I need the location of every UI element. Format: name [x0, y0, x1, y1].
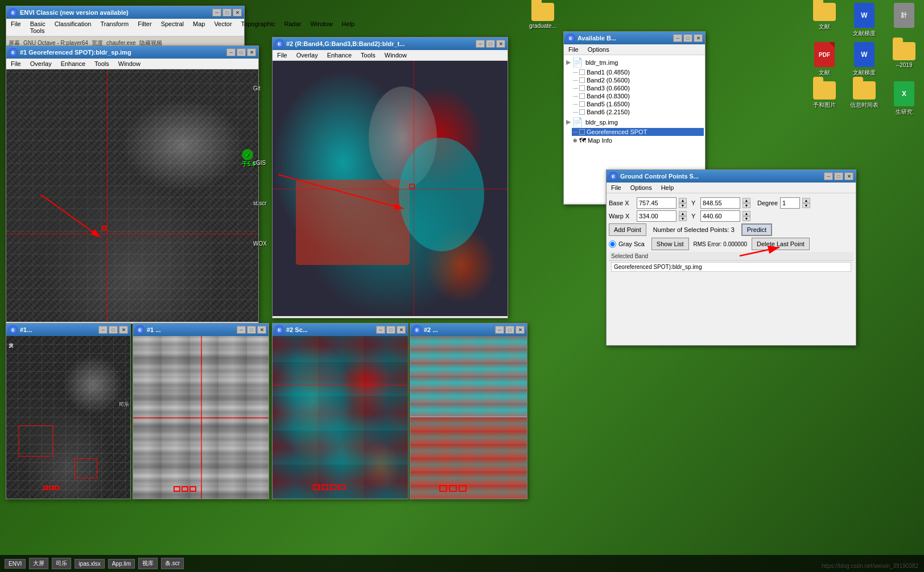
desktop-icon-word2[interactable]: W 文献梯度 [847, 42, 881, 77]
close-button[interactable]: ✕ [257, 326, 266, 334]
small-win2-controls[interactable]: ─ □ ✕ [237, 326, 266, 334]
maximize-button[interactable]: □ [109, 326, 118, 334]
tree-item-bldr-tm[interactable]: ▶ 📄 bldr_tm.img [565, 56, 704, 68]
desktop-icon-pdf[interactable]: PDF 文献 [807, 42, 842, 77]
warp-y-input[interactable] [700, 210, 740, 222]
menu-window[interactable]: Window [116, 60, 143, 68]
menu-overlay[interactable]: Overlay [28, 60, 54, 68]
base-y-spinner[interactable]: ▲ ▼ [742, 198, 750, 208]
menu-map[interactable]: Map [191, 20, 207, 35]
menu-tools[interactable]: Tools [358, 51, 378, 59]
tree-item-band1[interactable]: — Band1 (0.4850) [572, 68, 704, 76]
small-win1-content[interactable]: 大屏 司乐 [6, 336, 130, 499]
minimize-button[interactable]: ─ [98, 326, 108, 334]
menu-file[interactable]: File [609, 184, 624, 192]
tree-item-band6[interactable]: — Band6 (2.2150) [572, 108, 704, 116]
close-button[interactable]: ✕ [233, 9, 242, 16]
taskbar-item-6[interactable]: 视库 [138, 558, 158, 569]
spin-down[interactable]: ▼ [802, 203, 810, 208]
warp-x-input[interactable] [637, 210, 676, 222]
taskbar-item-4[interactable]: ipas.xlsx [75, 559, 104, 569]
menu-window[interactable]: Window [382, 51, 409, 59]
taskbar-item-3[interactable]: 司乐 [52, 558, 71, 569]
warp-y-spinner[interactable]: ▲ ▼ [742, 211, 750, 221]
taskbar-item-7[interactable]: 条.scr [161, 558, 184, 569]
menu-window[interactable]: Window [308, 20, 335, 35]
gcp-controls[interactable]: ─ □ ✕ [824, 172, 853, 180]
minimize-button[interactable]: ─ [226, 48, 236, 56]
menu-filter[interactable]: Filter [135, 20, 154, 35]
spin-up[interactable]: ▲ [679, 198, 687, 203]
tree-item-band4[interactable]: — Band4 (0.8300) [572, 92, 704, 100]
small-win4-content[interactable] [410, 336, 527, 499]
spin-up[interactable]: ▲ [802, 198, 810, 203]
menu-tools[interactable]: Tools [92, 60, 112, 68]
minimize-button[interactable]: ─ [376, 326, 385, 334]
spin-down[interactable]: ▼ [742, 216, 750, 221]
desktop-icon-folder4[interactable]: 信息时间表 [847, 81, 881, 116]
predict-button[interactable]: Predict [741, 223, 772, 236]
menu-overlay[interactable]: Overlay [294, 51, 320, 59]
menu-help[interactable]: Help [340, 20, 357, 35]
close-button[interactable]: ✕ [496, 40, 505, 48]
menu-classification[interactable]: Classification [52, 20, 94, 35]
maximize-button[interactable]: □ [237, 48, 246, 56]
avail-bands-controls[interactable]: ─ □ ✕ [673, 34, 703, 42]
small-win3-content[interactable] [273, 336, 408, 499]
minimize-button[interactable]: ─ [237, 326, 246, 334]
img-win1-content[interactable]: ✓ 于5.0 [6, 69, 258, 322]
maximize-button[interactable]: □ [247, 326, 256, 334]
menu-help[interactable]: Help [659, 184, 676, 192]
base-y-input[interactable] [700, 197, 740, 209]
small-win3-controls[interactable]: ─ □ ✕ [376, 326, 406, 334]
close-button[interactable]: ✕ [844, 172, 853, 180]
minimize-button[interactable]: ─ [212, 9, 221, 16]
desktop-icon-word1[interactable]: W 文献梯度 [847, 3, 881, 38]
spin-down[interactable]: ▼ [679, 203, 687, 208]
tree-item-band5[interactable]: — Band5 (1.6500) [572, 100, 704, 108]
menu-options[interactable]: Options [628, 184, 654, 192]
img-win2-content[interactable] [273, 61, 508, 316]
minimize-button[interactable]: ─ [824, 172, 833, 180]
maximize-button[interactable]: □ [683, 34, 692, 42]
degree-input[interactable] [780, 197, 800, 209]
tree-item-georef[interactable]: — Georeferenced SPOT [572, 128, 704, 136]
taskbar-item-5[interactable]: App.lim [108, 559, 135, 569]
img-win1-controls[interactable]: ─ □ ✕ [226, 48, 256, 56]
envi-window-controls[interactable]: ─ □ ✕ [212, 9, 242, 16]
gray-sca-radio[interactable] [609, 241, 616, 248]
menu-transform[interactable]: Transform [98, 20, 131, 35]
delete-last-button[interactable]: Delete Last Point [752, 238, 810, 250]
desktop-icon-excel[interactable]: X 生研究 [887, 81, 921, 116]
tree-item-band3[interactable]: — Band3 (0.6600) [572, 84, 704, 92]
desktop-icon-folder1[interactable]: 文献 [807, 3, 842, 38]
tree-item-mapinfo[interactable]: ⊕ 🗺 Map Info [572, 136, 704, 145]
minimize-button[interactable]: ─ [495, 326, 504, 334]
maximize-button[interactable]: □ [834, 172, 843, 180]
minimize-button[interactable]: ─ [673, 34, 682, 42]
desktop-icon-folder3[interactable]: 予和图片 [807, 81, 842, 116]
desktop-icon-folder2[interactable]: --2019 [887, 42, 921, 77]
spin-down[interactable]: ▼ [742, 203, 750, 208]
menu-file[interactable]: File [9, 20, 23, 35]
close-button[interactable]: ✕ [247, 48, 256, 56]
spin-up[interactable]: ▲ [742, 211, 750, 216]
menu-enhance[interactable]: Enhance [59, 60, 88, 68]
spin-down[interactable]: ▼ [679, 216, 687, 221]
tree-item-bldr-sp[interactable]: ▶ 📄 bldr_sp.img [565, 116, 704, 128]
maximize-button[interactable]: □ [222, 9, 232, 16]
base-x-input[interactable] [637, 197, 676, 209]
menu-vector[interactable]: Vector [212, 20, 234, 35]
taskbar-item-2[interactable]: 大屏 [29, 558, 48, 569]
menu-topographic[interactable]: Topographic [239, 20, 278, 35]
small-win1-controls[interactable]: ─ □ ✕ [98, 326, 128, 334]
small-win4-controls[interactable]: ─ □ ✕ [495, 326, 525, 334]
desktop-icon-graduate[interactable]: graduate... [526, 3, 560, 29]
show-list-button[interactable]: Show List [651, 238, 689, 250]
menu-basic-tools[interactable]: Basic Tools [28, 20, 48, 35]
desktop-icon-calc[interactable]: 計 [887, 3, 921, 38]
degree-spinner[interactable]: ▲ ▼ [802, 198, 810, 208]
maximize-button[interactable]: □ [486, 40, 495, 48]
menu-spectral[interactable]: Spectral [159, 20, 186, 35]
menu-file[interactable]: File [9, 60, 23, 68]
